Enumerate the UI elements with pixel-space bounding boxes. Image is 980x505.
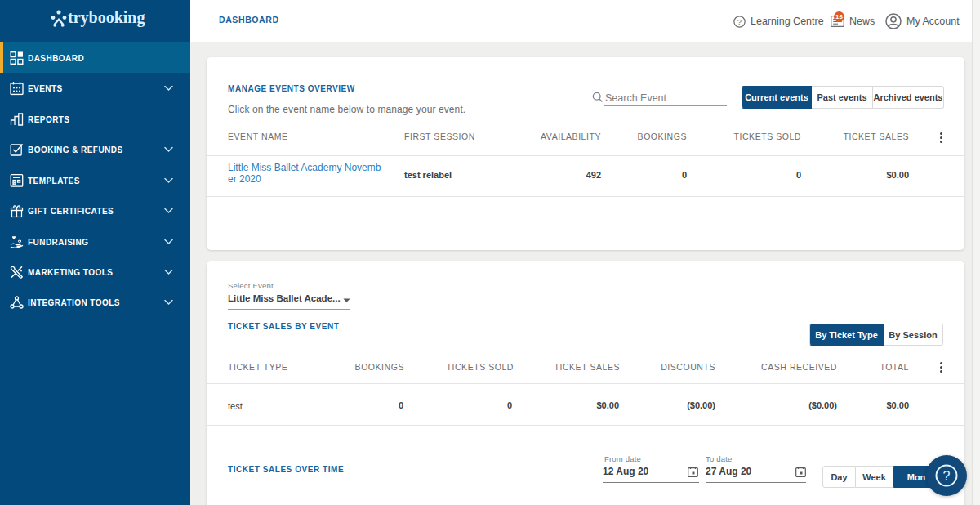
svg-text:?: ? (943, 469, 951, 483)
svg-text:?: ? (737, 16, 742, 25)
